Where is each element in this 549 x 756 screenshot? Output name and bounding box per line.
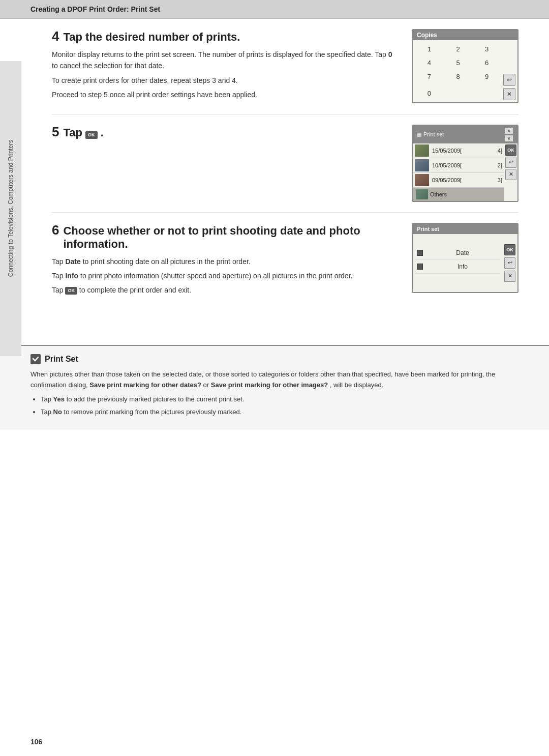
note-title-text: Print Set: [45, 355, 78, 364]
di-info-checkbox[interactable]: [417, 264, 423, 270]
note-b2-bold: No: [53, 408, 62, 416]
copies-grid-area: 1 2 3 4 5 6 7 8 9 0: [413, 40, 503, 102]
dateinfo-screen: Print set Date Info OK ↩ ✕: [412, 223, 518, 293]
note-body: When pictures other than those taken on …: [30, 369, 518, 418]
main-content: 4 Tap the desired number of prints. Moni…: [21, 19, 549, 340]
ps-date-1: 15/05/2009[: [431, 146, 494, 156]
note-bold2: Save print marking for other images?: [211, 381, 328, 389]
step5-left: 5 Tap OK .: [52, 125, 412, 144]
step4-body1b: to cancel the selection for that date.: [52, 62, 164, 70]
copies-num-8[interactable]: 8: [444, 70, 473, 83]
ps-rows: 15/05/2009[ 4] 10/05/2009[ 2] 09/05/2009…: [413, 143, 504, 201]
step5-title: 5 Tap OK .: [52, 125, 396, 139]
copies-num-1[interactable]: 1: [415, 42, 444, 56]
note-or: or: [203, 381, 211, 389]
step6-left: 6 Choose whether or not to print shootin…: [52, 223, 412, 299]
di-header: Print set: [413, 224, 517, 234]
step4-body1: Monitor display returns to the print set…: [52, 50, 386, 59]
side-label: Connecting to Televisions, Computers and…: [0, 61, 21, 356]
step6-body1-post: to print shooting date on all pictures i…: [83, 257, 251, 266]
note-bullet1: Tap Yes to add the previously marked pic…: [41, 394, 518, 405]
ps-cancel-button[interactable]: ✕: [505, 169, 516, 180]
di-rows: Date Info: [413, 242, 502, 284]
ps-thumb-2: [415, 159, 429, 171]
ps-row-3: 09/05/2009[ 3]: [413, 173, 504, 188]
ps-ok-button[interactable]: OK: [505, 144, 516, 156]
step6-body2-pre: Tap: [52, 272, 65, 280]
step4-title-text: Tap the desired number of prints.: [63, 31, 240, 44]
copies-num-2[interactable]: 2: [444, 42, 473, 56]
di-side-btns: OK ↩ ✕: [502, 242, 517, 284]
note-bullet2: Tap No to remove print marking from the …: [41, 407, 518, 418]
note-b1-post: to add the previously marked pictures to…: [67, 395, 245, 403]
step6-title-text: Choose whether or not to print shooting …: [63, 224, 396, 251]
ps-count-2: 2]: [494, 162, 504, 168]
ps-header: ▦ Print set ∧ ∨: [413, 126, 517, 143]
header-title: Creating a DPOF Print Order: Print Set: [30, 5, 160, 13]
copies-body: 1 2 3 4 5 6 7 8 9 0: [413, 40, 517, 102]
copies-num-0[interactable]: 0: [415, 86, 444, 100]
di-date-label: Date: [427, 249, 498, 256]
step4-body: Monitor display returns to the print set…: [52, 49, 396, 101]
copies-side-buttons: ↩ ✕: [503, 40, 517, 102]
step4-title: 4 Tap the desired number of prints.: [52, 29, 396, 44]
step4-left: 4 Tap the desired number of prints. Moni…: [52, 29, 412, 104]
copies-num-3[interactable]: 3: [472, 42, 501, 56]
step4-para1: Monitor display returns to the print set…: [52, 49, 396, 72]
di-ok-button[interactable]: OK: [504, 244, 515, 255]
copies-screen: Copies 1 2 3 4 5 6 7 8 9 0: [412, 29, 518, 103]
ps-others-row: Others: [413, 188, 504, 201]
step4-section: 4 Tap the desired number of prints. Moni…: [52, 29, 518, 114]
step5-ok-icon: OK: [85, 131, 98, 139]
ps-date-3: 09/05/2009[: [431, 175, 494, 185]
note-body2: , will be displayed.: [330, 381, 384, 389]
copies-empty: [444, 86, 473, 100]
step5-period: .: [98, 126, 104, 139]
di-back-button[interactable]: ↩: [504, 257, 515, 269]
step6-body3-pre: Tap: [52, 286, 65, 294]
di-date-checkbox[interactable]: [417, 250, 423, 256]
ps-thumb-3: [415, 174, 429, 186]
page-number: 106: [30, 738, 42, 746]
step4-para2: To create print orders for other dates, …: [52, 75, 396, 86]
step6-title: 6 Choose whether or not to print shootin…: [52, 223, 396, 251]
di-cancel-button[interactable]: ✕: [504, 271, 515, 282]
step6-body3-post: to complete the print order and exit.: [79, 286, 191, 294]
copies-bottom-row: 0: [413, 85, 503, 102]
ps-row-2: 10/05/2009[ 2]: [413, 158, 504, 173]
copies-empty2: [472, 86, 501, 100]
step5-tap-text: Tap: [63, 126, 85, 139]
step5-number: 5: [52, 125, 59, 139]
copies-num-4[interactable]: 4: [415, 56, 444, 70]
step6-para2: Tap Info to print photo information (shu…: [52, 270, 396, 281]
step4-number: 4: [52, 29, 59, 44]
step6-body1-pre: Tap: [52, 257, 65, 266]
copies-num-5[interactable]: 5: [444, 56, 473, 70]
note-bold1: Save print marking for other dates?: [89, 381, 201, 389]
ps-count-3: 3]: [494, 177, 504, 183]
copies-num-9[interactable]: 9: [472, 70, 501, 83]
note-box: Print Set When pictures other than those…: [0, 345, 549, 430]
step6-section: 6 Choose whether or not to print shootin…: [52, 223, 518, 309]
printset-screen: ▦ Print set ∧ ∨ 15/05/2009[ 4]: [412, 125, 518, 202]
step6-para3: Tap OK to complete the print order and e…: [52, 284, 396, 296]
ps-scroll-up[interactable]: ∧: [504, 127, 513, 134]
copies-cancel-button[interactable]: ✕: [503, 88, 515, 100]
ps-scroll-down[interactable]: ∨: [504, 135, 513, 142]
note-list: Tap Yes to add the previously marked pic…: [30, 394, 518, 418]
di-date-row: Date: [415, 246, 500, 260]
ps-date-2: 10/05/2009[: [431, 160, 494, 170]
page-header: Creating a DPOF Print Order: Print Set: [0, 0, 549, 19]
ps-back-button[interactable]: ↩: [505, 157, 516, 168]
ps-thumb-1: [415, 144, 429, 157]
step6-body: Tap Date to print shooting date on all p…: [52, 256, 396, 296]
copies-grid: 1 2 3 4 5 6 7 8 9: [413, 40, 503, 85]
note-b2-post: to remove print marking from the picture…: [64, 408, 242, 416]
step6-para1: Tap Date to print shooting date on all p…: [52, 256, 396, 267]
copies-back-button[interactable]: ↩: [503, 74, 515, 86]
ps-header-text: Print set: [423, 131, 444, 137]
ps-row-1: 15/05/2009[ 4]: [413, 143, 504, 158]
copies-num-6[interactable]: 6: [472, 56, 501, 70]
copies-num-7[interactable]: 7: [415, 70, 444, 83]
note-b2-pre: Tap: [41, 408, 53, 416]
